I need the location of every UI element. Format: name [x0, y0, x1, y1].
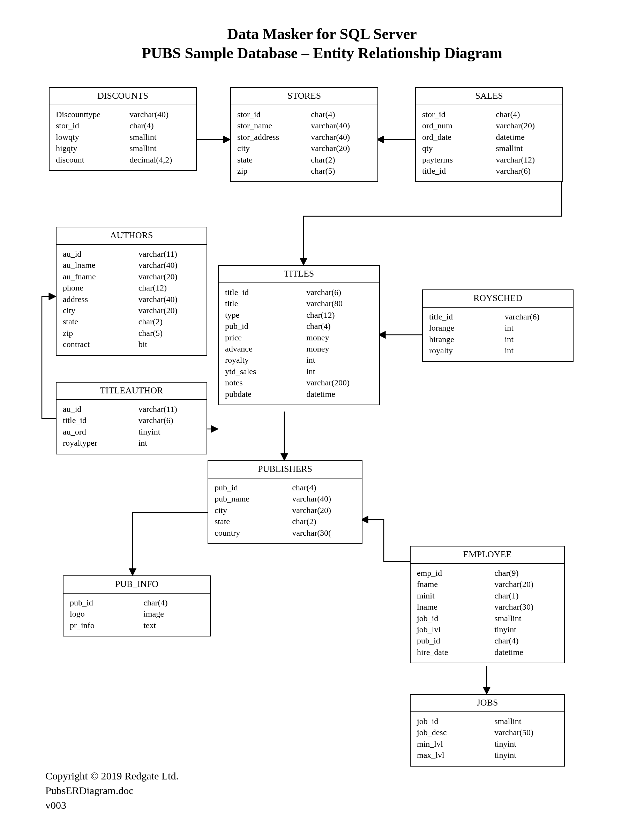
column-name: city	[63, 305, 138, 316]
column-type: varchar(12)	[496, 154, 556, 165]
column-name: hirange	[429, 334, 505, 345]
column-row: stor_addressvarchar(40)	[237, 131, 371, 143]
entity-stores: STORESstor_idchar(4)stor_namevarchar(40)…	[230, 87, 378, 182]
column-row: pubdatedatetime	[225, 389, 373, 400]
column-type: tinyint	[495, 750, 558, 761]
column-row: royaltyint	[225, 354, 373, 366]
column-type: char(2)	[292, 516, 355, 527]
column-row: job_idsmallint	[417, 716, 558, 727]
column-name: stor_name	[237, 120, 311, 131]
column-type: varchar(20)	[292, 505, 355, 516]
column-row: statechar(2)	[215, 516, 355, 527]
entity-publishers: PUBLISHERSpub_idchar(4)pub_namevarchar(4…	[207, 460, 363, 544]
column-row: stor_idchar(4)	[422, 109, 556, 120]
column-type: char(4)	[311, 109, 371, 120]
er-diagram-page: Data Masker for SQL Server PUBS Sample D…	[0, 0, 644, 837]
title-line-2: PUBS Sample Database – Entity Relationsh…	[0, 44, 644, 63]
column-row: ord_datedatetime	[422, 131, 556, 143]
column-name: hire_date	[417, 647, 495, 658]
column-name: pub_id	[417, 635, 495, 646]
column-row: notesvarchar(200)	[225, 377, 373, 388]
column-type: varchar(40)	[311, 131, 371, 143]
column-type: char(5)	[138, 327, 200, 339]
column-name: city	[237, 143, 311, 154]
column-type: varchar(6)	[306, 287, 373, 298]
column-row: countryvarchar(30(	[215, 527, 355, 538]
column-type: int	[138, 437, 200, 448]
column-row: pub_idchar(4)	[215, 482, 355, 493]
column-type: datetime	[306, 389, 373, 400]
column-row: pub_idchar(4)	[417, 635, 558, 646]
entity-body: stor_idchar(4)stor_namevarchar(40)stor_a…	[231, 105, 378, 181]
entity-body: au_idvarchar(11)title_idvarchar(6)au_ord…	[56, 400, 207, 454]
column-row: paytermsvarchar(12)	[422, 154, 556, 165]
column-type: varchar(6)	[505, 311, 567, 322]
entity-body: au_idvarchar(11)au_lnamevarchar(40)au_fn…	[56, 245, 207, 355]
column-row: royaltyint	[429, 345, 567, 356]
entity-header: EMPLOYEE	[411, 547, 564, 564]
column-name: stor_address	[237, 131, 311, 143]
column-name: job_id	[417, 716, 495, 727]
column-row: hirangeint	[429, 334, 567, 345]
column-name: pub_id	[215, 482, 292, 493]
entity-header: TITLEAUTHOR	[56, 382, 207, 400]
column-name: pub_id	[225, 320, 306, 332]
column-row: pricemoney	[225, 332, 373, 343]
column-name: phone	[63, 282, 138, 293]
column-type: varchar(6)	[496, 165, 556, 176]
column-row: max_lvltinyint	[417, 750, 558, 761]
footer-copyright: Copyright © 2019 Redgate Ltd.	[45, 769, 179, 783]
column-row: addressvarchar(40)	[63, 294, 200, 305]
column-type: char(1)	[495, 590, 558, 601]
connector-titleauthor-authors	[42, 297, 56, 419]
entity-header: SALES	[416, 88, 562, 105]
column-row: titlevarchar(80	[225, 298, 373, 309]
column-row: title_idvarchar(6)	[225, 287, 373, 298]
column-name: au_fname	[63, 271, 138, 282]
column-row: title_idvarchar(6)	[429, 311, 567, 322]
entity-header: STORES	[231, 88, 378, 105]
column-name: state	[237, 154, 311, 165]
column-row: cityvarchar(20)	[63, 305, 200, 316]
column-type: varchar(40)	[138, 294, 200, 305]
column-row: title_idvarchar(6)	[422, 165, 556, 176]
column-type: smallint	[130, 131, 190, 143]
entity-body: job_idsmallintjob_descvarchar(50)min_lvl…	[411, 712, 564, 766]
entity-body: title_idvarchar(6)lorangeinthirangeintro…	[423, 308, 573, 361]
column-name: type	[225, 309, 306, 320]
column-row: statechar(2)	[237, 154, 371, 165]
column-name: pub_id	[70, 597, 143, 608]
column-name: advance	[225, 343, 306, 354]
connector-sales-titles	[304, 181, 562, 265]
column-row: discountdecimal(4,2)	[56, 154, 190, 165]
column-row: minitchar(1)	[417, 590, 558, 601]
column-type: int	[505, 334, 567, 345]
column-type: datetime	[495, 647, 558, 658]
column-type: varchar(30(	[292, 527, 355, 538]
column-name: qty	[422, 143, 496, 154]
column-name: pubdate	[225, 389, 306, 400]
column-type: varchar(11)	[138, 404, 200, 415]
column-name: ord_date	[422, 131, 496, 143]
column-name: stor_id	[237, 109, 311, 120]
column-type: varchar(20)	[138, 305, 200, 316]
column-type: money	[306, 343, 373, 354]
column-row: au_ordtinyint	[63, 426, 200, 437]
column-name: royaltyper	[63, 437, 138, 448]
column-row: ytd_salesint	[225, 366, 373, 377]
column-row: au_fnamevarchar(20)	[63, 271, 200, 282]
entity-titleauthor: TITLEAUTHORau_idvarchar(11)title_idvarch…	[56, 382, 207, 455]
footer-filename: PubsERDiagram.doc	[45, 783, 179, 798]
column-name: royalty	[429, 345, 505, 356]
column-row: zipchar(5)	[237, 165, 371, 176]
column-name: lorange	[429, 322, 505, 333]
column-type: int	[306, 354, 373, 366]
column-row: Discounttypevarchar(40)	[56, 109, 190, 120]
column-type: decimal(4,2)	[130, 154, 190, 165]
column-type: bit	[138, 339, 200, 350]
column-name: job_lvl	[417, 624, 495, 635]
column-row: au_idvarchar(11)	[63, 248, 200, 259]
column-type: char(4)	[495, 635, 558, 646]
column-type: smallint	[496, 143, 556, 154]
column-row: hire_datedatetime	[417, 647, 558, 658]
